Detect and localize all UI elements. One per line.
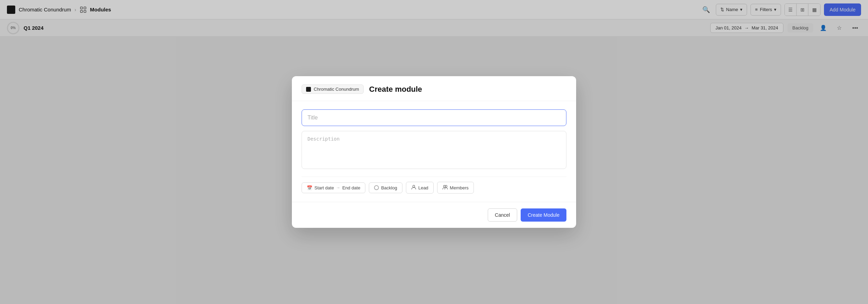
- lead-label: Lead: [418, 185, 428, 190]
- modal-breadcrumb: Chromatic Conundrum: [302, 84, 364, 94]
- members-icon: [442, 185, 448, 191]
- members-button[interactable]: Members: [437, 182, 474, 194]
- create-module-modal: Chromatic Conundrum Create module 📅 Star…: [292, 76, 576, 228]
- breadcrumb-logo-icon: [306, 87, 311, 92]
- description-textarea[interactable]: [302, 131, 566, 169]
- status-button[interactable]: Backlog: [369, 182, 402, 193]
- start-date-label: Start date: [314, 185, 334, 190]
- lead-button[interactable]: Lead: [406, 182, 434, 194]
- create-module-button[interactable]: Create Module: [521, 208, 566, 222]
- date-arrow-icon: →: [336, 185, 340, 190]
- modal-footer: Cancel Create Module: [292, 202, 576, 228]
- end-date-label: End date: [342, 185, 360, 190]
- breadcrumb-text: Chromatic Conundrum: [314, 87, 359, 92]
- title-input[interactable]: [302, 109, 566, 126]
- modal-title: Create module: [369, 85, 422, 94]
- cancel-button[interactable]: Cancel: [488, 208, 518, 222]
- status-icon: [374, 185, 379, 190]
- modal-header: Chromatic Conundrum Create module: [292, 76, 576, 101]
- calendar-icon: 📅: [307, 185, 312, 190]
- modal-overlay[interactable]: Chromatic Conundrum Create module 📅 Star…: [0, 0, 868, 304]
- lead-icon: [411, 185, 416, 191]
- status-label: Backlog: [381, 185, 397, 190]
- modal-body: 📅 Start date → End date Backlog: [292, 101, 576, 202]
- start-date-button[interactable]: 📅 Start date → End date: [302, 182, 365, 193]
- svg-point-4: [413, 185, 415, 187]
- members-label: Members: [450, 185, 469, 190]
- form-toolbar: 📅 Start date → End date Backlog: [302, 177, 566, 194]
